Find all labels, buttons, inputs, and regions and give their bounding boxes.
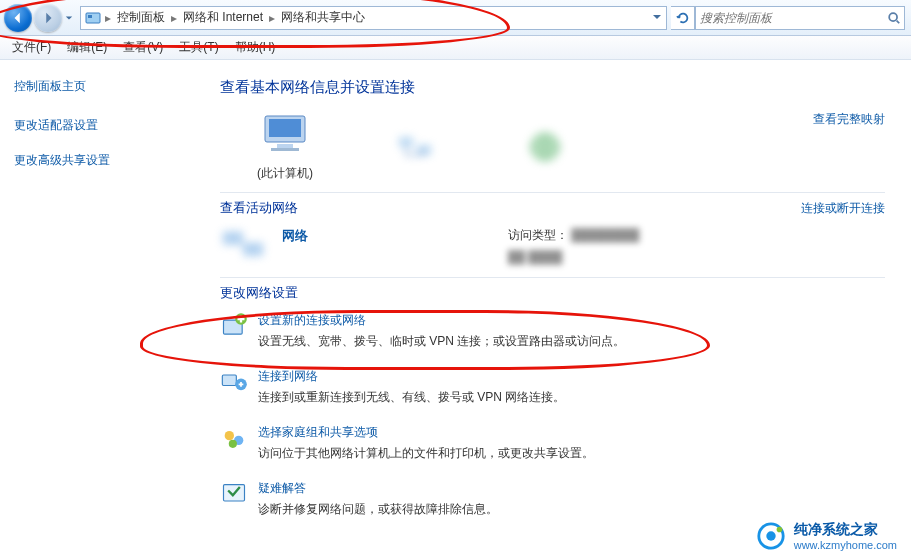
nav-history-dropdown[interactable] (62, 4, 76, 32)
menubar: 文件(F) 编辑(E) 查看(V) 工具(T) 帮助(H) (0, 36, 911, 60)
troubleshoot-icon (220, 480, 248, 508)
arrow-left-icon (11, 11, 25, 25)
svg-rect-11 (223, 231, 243, 244)
sidebar: 控制面板主页 更改适配器设置 更改高级共享设置 (0, 60, 180, 559)
task-desc: 连接到或重新连接到无线、有线、拨号或 VPN 网络连接。 (258, 389, 565, 406)
watermark: 纯净系统之家 www.kzmyhome.com (756, 521, 897, 551)
svg-point-2 (889, 13, 897, 21)
network-node-network (386, 124, 444, 170)
active-network-name[interactable]: 网络 (282, 227, 308, 245)
breadcrumb-separator: ▸ (269, 11, 275, 25)
search-icon (884, 11, 904, 25)
breadcrumb-seg-2[interactable]: 网络和共享中心 (277, 7, 369, 28)
titlebar: ▸ 控制面板 ▸ 网络和 Internet ▸ 网络和共享中心 (0, 0, 911, 36)
network-node-this-pc: (此计算机) (256, 111, 314, 182)
network-map: (此计算机) 查看完整映射 (220, 111, 885, 182)
task-desc: 访问位于其他网络计算机上的文件和打印机，或更改共享设置。 (258, 445, 594, 462)
menu-view[interactable]: 查看(V) (117, 37, 169, 58)
main-pane: 查看基本网络信息并设置连接 (此计算机) 查看完整映射 (180, 60, 911, 559)
connection-value: ██ ████ (508, 250, 639, 264)
access-type-label: 访问类型： (508, 228, 568, 242)
address-dropdown[interactable] (652, 11, 662, 25)
body: 控制面板主页 更改适配器设置 更改高级共享设置 查看基本网络信息并设置连接 (此… (0, 60, 911, 559)
chevron-down-icon (652, 12, 662, 22)
section-heading: 查看活动网络 (220, 199, 298, 217)
globe-icon (516, 124, 574, 170)
chevron-down-icon (65, 14, 73, 22)
node-caption: (此计算机) (257, 165, 313, 182)
svg-point-23 (776, 527, 782, 533)
svg-rect-7 (399, 137, 413, 147)
svg-rect-1 (88, 15, 92, 18)
network-icon (386, 124, 444, 170)
search-input[interactable] (696, 7, 884, 29)
svg-point-19 (229, 440, 237, 448)
task-troubleshoot[interactable]: 疑难解答 诊断并修复网络问题，或获得故障排除信息。 (220, 480, 885, 518)
task-setup-connection[interactable]: 设置新的连接或网络 设置无线、宽带、拨号、临时或 VPN 连接；或设置路由器或访… (220, 312, 885, 350)
breadcrumb-seg-0[interactable]: 控制面板 (113, 7, 169, 28)
menu-file[interactable]: 文件(F) (6, 37, 57, 58)
task-title[interactable]: 选择家庭组和共享选项 (258, 424, 594, 441)
svg-rect-15 (222, 375, 236, 386)
network-node-internet (516, 124, 574, 170)
watermark-title: 纯净系统之家 (794, 521, 897, 539)
task-title[interactable]: 设置新的连接或网络 (258, 312, 625, 329)
section-active-networks: 查看活动网络 连接或断开连接 网络 访问类型： ████████ ██ ████ (220, 192, 885, 267)
control-panel-icon (85, 10, 101, 26)
menu-edit[interactable]: 编辑(E) (61, 37, 113, 58)
breadcrumb: ▸ 控制面板 ▸ 网络和 Internet ▸ 网络和共享中心 (105, 7, 369, 28)
svg-point-17 (225, 431, 234, 440)
section-change-settings: 更改网络设置 设置新的连接或网络 设置无线、宽带、拨号、临时或 VPN 连接；或… (220, 277, 885, 518)
link-full-map[interactable]: 查看完整映射 (813, 111, 885, 128)
task-title[interactable]: 连接到网络 (258, 368, 565, 385)
menu-help[interactable]: 帮助(H) (229, 37, 282, 58)
access-type-value: ████████ (571, 228, 639, 242)
nav-back-button[interactable] (4, 4, 32, 32)
address-bar[interactable]: ▸ 控制面板 ▸ 网络和 Internet ▸ 网络和共享中心 (80, 6, 667, 30)
watermark-url: www.kzmyhome.com (794, 539, 897, 551)
refresh-button[interactable] (671, 6, 695, 30)
homegroup-icon (220, 424, 248, 452)
refresh-icon (676, 11, 690, 25)
arrow-right-icon (41, 11, 55, 25)
svg-rect-12 (243, 243, 263, 256)
svg-rect-4 (269, 119, 301, 137)
task-desc: 诊断并修复网络问题，或获得故障排除信息。 (258, 501, 498, 518)
task-title[interactable]: 疑难解答 (258, 480, 498, 497)
svg-rect-5 (277, 144, 293, 148)
connect-icon (220, 368, 248, 396)
wizard-icon (220, 312, 248, 340)
svg-rect-6 (271, 148, 299, 151)
breadcrumb-separator: ▸ (171, 11, 177, 25)
page-title: 查看基本网络信息并设置连接 (220, 78, 885, 97)
task-connect-network[interactable]: 连接到网络 连接到或重新连接到无线、有线、拨号或 VPN 网络连接。 (220, 368, 885, 406)
sidebar-adapter-settings[interactable]: 更改适配器设置 (14, 117, 166, 134)
breadcrumb-separator: ▸ (105, 11, 111, 25)
menu-tools[interactable]: 工具(T) (173, 37, 224, 58)
sidebar-home[interactable]: 控制面板主页 (14, 78, 166, 95)
link-connect-disconnect[interactable]: 连接或断开连接 (801, 200, 885, 217)
sidebar-advanced-sharing[interactable]: 更改高级共享设置 (14, 152, 166, 169)
task-desc: 设置无线、宽带、拨号、临时或 VPN 连接；或设置路由器或访问点。 (258, 333, 625, 350)
breadcrumb-seg-1[interactable]: 网络和 Internet (179, 7, 267, 28)
svg-point-22 (766, 531, 775, 540)
section-heading: 更改网络设置 (220, 284, 885, 302)
task-homegroup[interactable]: 选择家庭组和共享选项 访问位于其他网络计算机上的文件和打印机，或更改共享设置。 (220, 424, 885, 462)
computer-icon (256, 111, 314, 157)
nav-forward-button[interactable] (34, 4, 62, 32)
search-box[interactable] (695, 6, 905, 30)
watermark-logo-icon (756, 521, 786, 551)
active-network-details: 访问类型： ████████ ██ ████ (508, 227, 639, 267)
network-thumb-icon (220, 227, 272, 267)
